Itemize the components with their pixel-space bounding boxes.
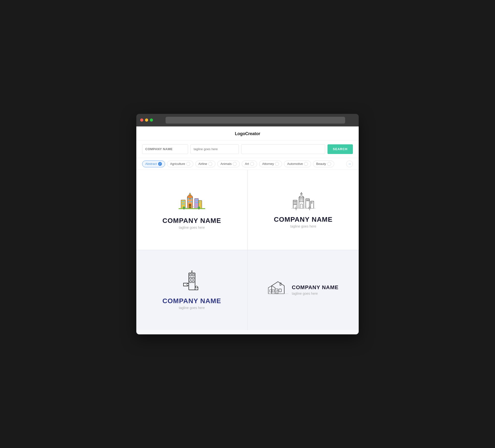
svg-rect-53 (192, 277, 194, 279)
logo-illustration-1 (179, 190, 205, 213)
logo-1-company-name: COMPANY NAME (163, 217, 221, 224)
svg-point-56 (187, 284, 189, 286)
category-label: Beauty (316, 162, 326, 166)
svg-rect-20 (199, 201, 200, 203)
logo-4-inline: COMPANY NAME tagline goes here (268, 280, 338, 300)
svg-rect-9 (188, 198, 189, 199)
next-categories-button[interactable]: → (346, 161, 353, 167)
logo-4-tagline: tagline goes here (292, 292, 338, 295)
svg-rect-38 (301, 204, 302, 209)
maximize-button[interactable] (150, 118, 153, 122)
logo-2-company-name: COMPANY NAME (274, 216, 332, 224)
svg-point-59 (192, 270, 192, 271)
svg-rect-61 (275, 289, 278, 294)
logo-grid: COMPANY NAME tagline goes here (136, 170, 359, 330)
check-icon (327, 162, 331, 166)
svg-point-57 (195, 286, 197, 288)
svg-rect-25 (199, 208, 199, 210)
svg-rect-13 (189, 204, 191, 209)
category-label: Abstract (145, 162, 157, 166)
svg-rect-21 (179, 208, 205, 209)
svg-rect-68 (276, 291, 278, 294)
svg-point-7 (189, 194, 191, 196)
industry-input[interactable] (241, 144, 325, 154)
svg-rect-18 (197, 202, 198, 203)
check-icon (304, 162, 308, 166)
logo-card-1[interactable]: COMPANY NAME tagline goes here (136, 170, 247, 250)
category-label: Animals (220, 162, 232, 166)
browser-titlebar (136, 114, 359, 126)
category-chip-beauty[interactable]: Beauty (313, 161, 334, 167)
app-header: LogoCreator (136, 126, 359, 140)
check-icon (208, 162, 212, 166)
svg-rect-11 (188, 201, 189, 202)
svg-rect-2 (183, 201, 184, 202)
logo-illustration-4 (268, 280, 288, 300)
categories-bar: Abstract ✓ Agriculture Airline Animals A… (136, 158, 359, 170)
category-chip-automotive[interactable]: Automotive (284, 161, 311, 167)
browser-window: LogoCreator SEARCH Abstract ✓ Agricultur… (136, 114, 359, 334)
logo-4-text-group: COMPANY NAME tagline goes here (292, 285, 338, 295)
check-icon (186, 162, 190, 166)
url-bar[interactable] (165, 117, 345, 124)
svg-rect-29 (294, 204, 295, 205)
app-content: LogoCreator SEARCH Abstract ✓ Agricultur… (136, 126, 359, 334)
category-label: Automotive (287, 162, 303, 166)
logo-card-4[interactable]: COMPANY NAME tagline goes here (248, 250, 359, 330)
tagline-input[interactable] (191, 144, 239, 154)
search-bar: SEARCH (136, 140, 359, 158)
category-label: Airline (198, 162, 207, 166)
svg-rect-30 (295, 204, 296, 205)
svg-rect-4 (183, 203, 184, 205)
svg-rect-43 (311, 202, 312, 203)
svg-rect-35 (302, 198, 303, 199)
svg-rect-54 (190, 281, 192, 283)
logo-illustration-3 (181, 270, 203, 293)
svg-rect-62 (279, 289, 281, 292)
svg-rect-3 (182, 203, 183, 205)
svg-rect-51 (192, 274, 194, 276)
category-chip-art[interactable]: Art (242, 161, 257, 167)
minimize-button[interactable] (145, 118, 148, 122)
svg-point-32 (301, 193, 302, 195)
svg-rect-16 (197, 199, 198, 201)
category-chip-attorney[interactable]: Attorney (259, 161, 282, 167)
logo-illustration-2 (291, 192, 316, 212)
company-name-input[interactable] (142, 144, 188, 154)
category-label: Attorney (262, 162, 274, 166)
logo-card-2[interactable]: COMPANY NAME tagline goes here (248, 170, 359, 250)
svg-rect-50 (190, 274, 192, 276)
svg-point-45 (295, 207, 297, 209)
svg-rect-64 (270, 290, 272, 292)
svg-rect-10 (191, 198, 192, 199)
category-chip-animals[interactable]: Animals (217, 161, 240, 167)
svg-rect-12 (191, 201, 192, 202)
svg-rect-17 (195, 202, 196, 203)
svg-rect-55 (192, 281, 194, 283)
check-icon (250, 162, 254, 166)
category-chip-abstract[interactable]: Abstract ✓ (142, 161, 165, 167)
category-chip-airline[interactable]: Airline (195, 161, 215, 167)
svg-rect-36 (300, 201, 301, 202)
svg-rect-40 (306, 200, 307, 201)
category-label: Art (245, 162, 249, 166)
traffic-lights (140, 118, 153, 122)
svg-rect-1 (182, 201, 183, 202)
check-icon (233, 162, 237, 166)
logo-4-company-name: COMPANY NAME (292, 285, 338, 290)
category-chip-agriculture[interactable]: Agriculture (167, 161, 193, 167)
logo-2-tagline: tagline goes here (290, 224, 316, 228)
category-label: Agriculture (170, 162, 185, 166)
svg-rect-34 (300, 198, 301, 199)
svg-rect-15 (195, 199, 196, 201)
svg-point-47 (309, 207, 311, 209)
close-button[interactable] (140, 118, 143, 122)
svg-rect-28 (295, 201, 296, 202)
app-title: LogoCreator (235, 131, 260, 136)
svg-rect-37 (302, 201, 303, 202)
svg-rect-52 (190, 277, 192, 279)
logo-3-company-name: COMPANY NAME (163, 297, 221, 305)
check-icon (275, 162, 279, 166)
logo-card-3[interactable]: COMPANY NAME tagline goes here (136, 250, 247, 330)
search-button[interactable]: SEARCH (328, 144, 353, 154)
